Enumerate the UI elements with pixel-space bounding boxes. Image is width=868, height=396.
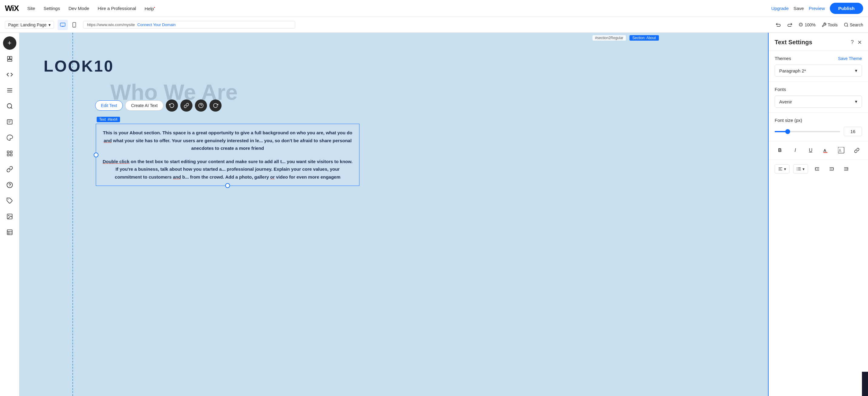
sidebar-image-icon[interactable] bbox=[3, 210, 17, 223]
underline-button[interactable]: U bbox=[805, 145, 816, 156]
page-name: Page: Landing Page bbox=[8, 23, 47, 27]
panel-header: Text Settings ? ✕ bbox=[769, 33, 868, 51]
font-size-input[interactable] bbox=[844, 127, 862, 136]
rotate-button[interactable] bbox=[210, 99, 221, 112]
svg-text:A: A bbox=[839, 148, 841, 153]
svg-point-27 bbox=[8, 215, 9, 216]
section-about-tag: Section: About bbox=[629, 35, 659, 41]
panel-header-icons: ? ✕ bbox=[851, 39, 862, 46]
svg-rect-35 bbox=[824, 152, 827, 153]
sidebar-link-icon[interactable] bbox=[3, 162, 17, 176]
tools-label: Tools bbox=[828, 23, 838, 27]
sidebar-menu-icon[interactable] bbox=[3, 84, 17, 97]
nav-help[interactable]: Help• bbox=[145, 6, 155, 11]
left-sidebar: + bbox=[0, 33, 20, 396]
nav-hire-professional[interactable]: Hire a Professional bbox=[98, 6, 136, 11]
sidebar-puzzle-icon[interactable] bbox=[3, 194, 17, 207]
search-button[interactable]: Search bbox=[844, 23, 863, 27]
fonts-section: Fonts Avenir ▾ bbox=[769, 82, 868, 113]
nav-site[interactable]: Site bbox=[27, 6, 35, 11]
mobile-view-button[interactable] bbox=[69, 20, 80, 30]
save-button[interactable]: Save bbox=[794, 6, 804, 11]
svg-rect-28 bbox=[7, 230, 12, 235]
nav-links: Site Settings Dev Mode Hire a Profession… bbox=[27, 6, 155, 11]
help-button[interactable] bbox=[195, 99, 207, 112]
theme-value: Paragraph 2* bbox=[779, 68, 806, 73]
sidebar-help-icon[interactable] bbox=[3, 178, 17, 192]
edit-text-button[interactable]: Edit Text bbox=[95, 100, 123, 111]
svg-point-4 bbox=[799, 23, 803, 26]
text-settings-panel: Text Settings ? ✕ Themes Save Theme Para… bbox=[768, 33, 868, 396]
svg-rect-8 bbox=[7, 56, 9, 59]
undo-button[interactable] bbox=[776, 22, 781, 28]
add-element-button[interactable]: + bbox=[3, 36, 17, 50]
format-buttons-row: B I U A A bbox=[769, 141, 868, 160]
indent-left-button[interactable] bbox=[812, 163, 823, 174]
sidebar-apps-icon[interactable] bbox=[3, 147, 17, 160]
text-element-tag: Text #text4 bbox=[97, 117, 120, 122]
upgrade-button[interactable]: Upgrade bbox=[771, 6, 789, 11]
svg-line-15 bbox=[11, 107, 12, 109]
text-align-button[interactable]: ▾ bbox=[775, 164, 789, 174]
slider-track bbox=[775, 131, 840, 132]
svg-point-45 bbox=[797, 169, 797, 169]
page-dropdown-icon: ▾ bbox=[49, 23, 51, 27]
resize-handle-left[interactable] bbox=[94, 153, 98, 157]
link-format-button[interactable] bbox=[851, 145, 862, 156]
svg-rect-20 bbox=[10, 151, 12, 153]
sidebar-search-icon[interactable] bbox=[3, 99, 17, 113]
font-value: Avenir bbox=[779, 99, 792, 104]
sidebar-paint-icon[interactable] bbox=[3, 131, 17, 144]
fonts-label: Fonts bbox=[775, 87, 786, 92]
list-chevron: ▾ bbox=[803, 167, 805, 171]
sidebar-code-icon[interactable] bbox=[3, 68, 17, 81]
sidebar-table-icon[interactable] bbox=[3, 225, 17, 239]
page-selector[interactable]: Page: Landing Page ▾ bbox=[5, 21, 54, 29]
connect-domain-link[interactable]: Connect Your Domain bbox=[137, 23, 176, 27]
font-dropdown[interactable]: Avenir ▾ bbox=[775, 95, 862, 108]
panel-help-icon[interactable]: ? bbox=[851, 39, 854, 45]
themes-label: Themes bbox=[775, 56, 791, 61]
sidebar-pages-icon[interactable] bbox=[3, 52, 17, 65]
panel-title: Text Settings bbox=[775, 39, 812, 46]
font-size-label: Font size (px) bbox=[775, 118, 802, 123]
slider-thumb[interactable] bbox=[785, 129, 790, 134]
desktop-view-button[interactable] bbox=[58, 20, 68, 30]
history-button[interactable] bbox=[166, 99, 178, 112]
zoom-level: 100% bbox=[805, 23, 815, 27]
save-theme-link[interactable]: Save Theme bbox=[838, 56, 862, 61]
indent-right-button[interactable] bbox=[826, 163, 837, 174]
svg-rect-9 bbox=[10, 56, 11, 59]
rtl-button[interactable] bbox=[841, 163, 851, 174]
publish-button[interactable]: Publish bbox=[830, 3, 863, 14]
font-dropdown-chevron: ▾ bbox=[855, 99, 858, 104]
device-toggle bbox=[58, 20, 80, 30]
list-style-button[interactable]: ▾ bbox=[793, 164, 808, 174]
font-size-slider[interactable] bbox=[775, 131, 840, 132]
svg-point-14 bbox=[7, 104, 11, 108]
resize-handle-bottom[interactable] bbox=[225, 183, 230, 188]
nav-settings[interactable]: Settings bbox=[44, 6, 60, 11]
svg-point-44 bbox=[797, 167, 797, 168]
url-bar: https://www.wix.com/mysite Connect Your … bbox=[83, 21, 295, 29]
italic-button[interactable]: I bbox=[790, 145, 801, 156]
sidebar-text-icon[interactable] bbox=[3, 115, 17, 128]
link-button[interactable] bbox=[180, 99, 192, 112]
text-content-box[interactable]: This is your About section. This space i… bbox=[96, 124, 360, 186]
bold-button[interactable]: B bbox=[775, 145, 785, 156]
text-highlight-button[interactable]: A bbox=[836, 145, 847, 156]
theme-dropdown[interactable]: Paragraph 2* ▾ bbox=[775, 65, 862, 77]
text-color-button[interactable]: A bbox=[821, 145, 831, 156]
main-layout: + bbox=[0, 33, 868, 396]
nav-devmode[interactable]: Dev Mode bbox=[68, 6, 89, 11]
tools-button[interactable]: Tools bbox=[822, 23, 838, 27]
themes-section: Themes Save Theme Paragraph 2* ▾ bbox=[769, 51, 868, 82]
panel-close-icon[interactable]: ✕ bbox=[858, 39, 862, 46]
top-navigation: WiX Site Settings Dev Mode Hire a Profes… bbox=[0, 0, 868, 17]
dark-accent-panel bbox=[862, 372, 868, 396]
redo-button[interactable] bbox=[787, 22, 793, 28]
preview-button[interactable]: Preview bbox=[809, 6, 825, 11]
svg-point-6 bbox=[844, 23, 848, 26]
create-ai-text-button[interactable]: Create AI Text bbox=[125, 100, 163, 111]
zoom-control[interactable]: 100% bbox=[799, 23, 815, 27]
